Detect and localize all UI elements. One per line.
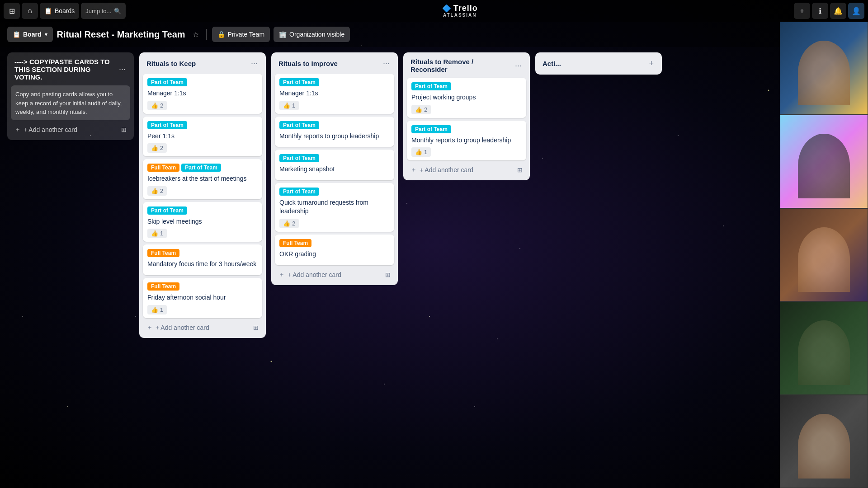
list-menu-btn-rituals-keep[interactable]: ···	[248, 58, 260, 69]
card-rk-1[interactable]: Part of TeamManager 1:1s👍2	[143, 74, 262, 114]
label-orange-ri-5: Full Team	[279, 239, 311, 247]
add-card-row-rituals-improve[interactable]: ＋ + Add another card ⊞	[275, 268, 394, 282]
card-ri-1[interactable]: Part of TeamManager 1:1s👍1	[275, 74, 394, 114]
copy-icon-copy-paste[interactable]: ⊞	[121, 126, 127, 133]
person-silhouette-2	[798, 134, 850, 198]
like-button-rr-1[interactable]: 👍2	[411, 105, 431, 114]
video-cell-1	[780, 22, 868, 115]
add-card-row-copy-paste[interactable]: ＋ + Add another card ⊞	[11, 123, 130, 136]
card-ri-3[interactable]: Part of TeamMarketing snapshot	[275, 150, 394, 180]
like-button-rk-1[interactable]: 👍2	[147, 101, 167, 110]
label-orange-rk-5: Full Team	[147, 249, 179, 257]
avatar-button[interactable]: 👤	[848, 3, 864, 19]
card-labels-rk-1: Part of Team	[147, 78, 258, 86]
person-silhouette-4	[798, 320, 850, 385]
card-rk-6[interactable]: Full TeamFriday afternoon social hour👍1	[143, 278, 262, 318]
list-header-copy-paste: ----> COPY/PASTE CARDS TO THIS SECTION D…	[11, 56, 130, 83]
like-count: 1	[292, 102, 295, 109]
like-button-rk-4[interactable]: 👍1	[147, 229, 167, 238]
copy-icon-rituals-keep[interactable]: ⊞	[253, 324, 259, 331]
like-button-ri-1[interactable]: 👍1	[279, 101, 299, 110]
card-rk-2[interactable]: Part of TeamPeer 1:1s👍2	[143, 117, 262, 157]
org-icon: 🏢	[279, 31, 287, 38]
label-cyan-rk-2: Part of Team	[147, 121, 187, 129]
card-labels-ri-3: Part of Team	[279, 154, 390, 162]
board-area: ----> COPY/PASTE CARDS TO THIS SECTION D…	[0, 47, 868, 488]
board-view-button[interactable]: 📋 Board ▾	[7, 27, 53, 42]
like-button-ri-4[interactable]: 👍2	[279, 219, 299, 228]
card-ri-2[interactable]: Part of TeamMonthly reports to group lea…	[275, 117, 394, 147]
add-card-label-copy-paste: + Add another card	[24, 126, 77, 133]
list-add-btn-action[interactable]: +	[646, 58, 656, 69]
list-rituals-remove: Rituals to Remove / Reconsider···Part of…	[403, 52, 530, 180]
card-footer-rr-2: 👍1	[411, 147, 522, 157]
org-visible-label: Organization visible	[289, 31, 344, 38]
notification-button[interactable]: 🔔	[830, 3, 846, 19]
card-rr-1[interactable]: Part of TeamProject working groups👍2	[407, 78, 526, 118]
card-cp-1[interactable]: Copy and pasting cards allows you to kee…	[11, 85, 130, 120]
nav-right-actions: ＋ ℹ 🔔 👤	[794, 3, 864, 19]
add-icon: ＋	[798, 6, 806, 16]
card-rk-3[interactable]: Full TeamPart of TeamIcebreakers at the …	[143, 159, 262, 199]
boards-nav-button[interactable]: 📋 Boards	[40, 3, 79, 19]
card-rr-2[interactable]: Part of TeamMonthly reports to group lea…	[407, 121, 526, 161]
board-btn-icon: 📋	[13, 31, 20, 38]
list-menu-btn-copy-paste[interactable]: ···	[116, 64, 128, 75]
card-body-cp-1: Copy and pasting cards allows you to kee…	[15, 90, 126, 117]
card-ri-5[interactable]: Full TeamOKR grading	[275, 235, 394, 265]
video-cell-4	[780, 301, 868, 394]
search-label: Jump to...	[85, 8, 111, 14]
label-cyan-rr-1: Part of Team	[411, 82, 451, 90]
video-cell-5	[780, 395, 868, 488]
card-rk-4[interactable]: Part of TeamSkip level meetings👍1	[143, 202, 262, 242]
thumbs-up-icon: 👍	[415, 106, 422, 113]
card-footer-rk-3: 👍2	[147, 186, 258, 196]
card-labels-rk-4: Part of Team	[147, 206, 258, 215]
card-labels-rk-2: Part of Team	[147, 121, 258, 129]
thumbs-up-icon: 👍	[151, 102, 158, 109]
private-team-button[interactable]: 🔒 Private Team	[212, 27, 270, 42]
card-title-ri-2: Monthly reports to group leadership	[279, 132, 390, 141]
list-menu-btn-rituals-remove[interactable]: ···	[512, 60, 524, 71]
card-labels-rr-1: Part of Team	[411, 82, 522, 90]
card-title-rk-2: Peer 1:1s	[147, 132, 258, 141]
atlassian-label: ATLASSIAN	[443, 13, 476, 18]
list-copy-paste: ----> COPY/PASTE CARDS TO THIS SECTION D…	[7, 52, 134, 140]
list-header-rituals-remove: Rituals to Remove / Reconsider···	[407, 56, 526, 75]
card-title-rk-1: Manager 1:1s	[147, 89, 258, 98]
star-button[interactable]: ☆	[191, 28, 201, 41]
card-ri-4[interactable]: Part of TeamQuick turnaround requests fr…	[275, 183, 394, 232]
add-card-left-rituals-improve: ＋ + Add another card	[278, 271, 341, 279]
board-title: Ritual Reset - Marketing Team	[57, 29, 185, 40]
copy-icon-rituals-remove[interactable]: ⊞	[517, 166, 523, 174]
grid-icon-button[interactable]: ⊞	[4, 3, 20, 19]
add-button[interactable]: ＋	[794, 3, 810, 19]
like-button-rk-3[interactable]: 👍2	[147, 186, 167, 196]
search-box[interactable]: Jump to... 🔍	[81, 3, 126, 19]
like-button-rr-2[interactable]: 👍1	[411, 147, 431, 157]
list-title-action: Acti...	[542, 60, 646, 67]
org-visible-button[interactable]: 🏢 Organization visible	[274, 27, 350, 42]
video-cell-2	[780, 115, 868, 208]
card-footer-ri-4: 👍2	[279, 219, 390, 228]
card-title-rk-6: Friday afternoon social hour	[147, 293, 258, 302]
card-footer-rk-4: 👍1	[147, 229, 258, 238]
add-card-row-rituals-keep[interactable]: ＋ + Add another card ⊞	[143, 321, 262, 334]
copy-icon-rituals-improve[interactable]: ⊞	[385, 271, 391, 278]
boards-icon: 📋	[44, 7, 52, 14]
list-menu-btn-rituals-improve[interactable]: ···	[380, 58, 392, 69]
star-icon: ☆	[193, 31, 199, 38]
trello-logo: 🔷 Trello ATLASSIAN	[127, 4, 792, 18]
label-cyan-rk-1: Part of Team	[147, 78, 187, 86]
like-button-rk-2[interactable]: 👍2	[147, 143, 167, 153]
lock-icon: 🔒	[217, 31, 225, 38]
home-button[interactable]: ⌂	[22, 3, 38, 19]
label-cyan-ri-1: Part of Team	[279, 78, 319, 86]
list-header-action: Acti...+	[539, 56, 658, 71]
card-rk-5[interactable]: Full TeamMandatory focus time for 3 hour…	[143, 244, 262, 275]
label-cyan-rk-3: Part of Team	[181, 164, 221, 172]
info-icon: ℹ	[819, 7, 821, 15]
like-button-rk-6[interactable]: 👍1	[147, 305, 167, 314]
info-button[interactable]: ℹ	[812, 3, 828, 19]
add-card-row-rituals-remove[interactable]: ＋ + Add another card ⊞	[407, 163, 526, 177]
